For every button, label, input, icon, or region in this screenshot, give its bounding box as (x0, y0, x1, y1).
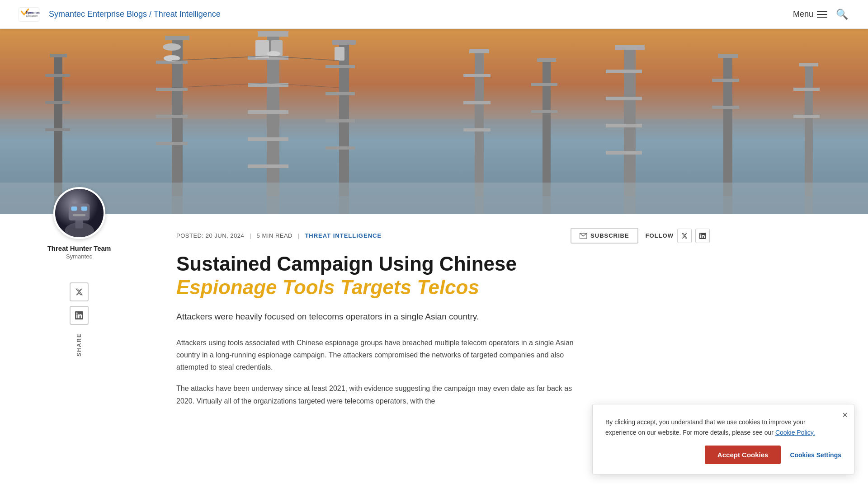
author-org: Symantec (66, 253, 92, 260)
body-paragraph-1: Attackers using tools associated with Ch… (176, 337, 583, 374)
svg-rect-20 (258, 31, 288, 37)
menu-button[interactable]: Menu (793, 9, 827, 19)
svg-rect-46 (615, 45, 645, 50)
svg-rect-12 (165, 36, 189, 40)
meta-separator-1: | (250, 232, 251, 239)
hero-image (0, 29, 868, 214)
category-tag[interactable]: THREAT INTELLIGENCE (305, 232, 382, 239)
follow-label: FOLLOW (646, 232, 674, 239)
follow-linkedin-button[interactable] (695, 229, 710, 243)
svg-rect-53 (712, 79, 739, 82)
svg-rect-39 (463, 101, 491, 104)
close-icon: × (842, 410, 848, 420)
svg-rect-0 (19, 7, 39, 21)
author-avatar-wrapper (53, 187, 105, 239)
avatar (53, 187, 105, 239)
site-header: Symantec by Broadcom Symantec Enterprise… (0, 0, 868, 29)
body-paragraph-2: The attacks have been underway since at … (176, 382, 583, 407)
svg-rect-68 (81, 206, 87, 211)
cookie-text: By clicking accept, you understand that … (605, 417, 841, 437)
svg-rect-26 (255, 40, 269, 58)
share-section: SHARE (70, 282, 89, 357)
svg-text:Symantec: Symantec (26, 10, 40, 14)
svg-rect-15 (156, 115, 188, 118)
svg-text:by Broadcom: by Broadcom (26, 15, 38, 17)
svg-rect-56 (799, 63, 818, 66)
header-left: Symantec by Broadcom Symantec Enterprise… (18, 4, 221, 25)
svg-rect-44 (531, 110, 557, 113)
menu-label: Menu (793, 9, 813, 19)
posted-label: POSTED: 20 JUN, 2024 (176, 232, 244, 239)
search-button[interactable]: 🔍 (834, 7, 850, 22)
share-label: SHARE (76, 333, 82, 357)
article-title-black: Sustained Campaign Using Chinese (176, 253, 710, 276)
twitter-share-button[interactable] (70, 282, 89, 301)
svg-rect-48 (606, 97, 642, 100)
subscribe-button[interactable]: SUBSCRIBE (571, 228, 638, 244)
svg-rect-43 (531, 83, 557, 86)
svg-rect-54 (712, 106, 739, 109)
cookie-close-button[interactable]: × (842, 410, 848, 420)
svg-rect-10 (45, 128, 70, 131)
article-content: POSTED: 20 JUN, 2024 | 5 MIN READ | THRE… (158, 214, 746, 434)
svg-rect-25 (248, 164, 288, 168)
svg-rect-69 (73, 214, 85, 216)
linkedin-share-button[interactable] (70, 306, 89, 325)
svg-rect-47 (606, 70, 642, 73)
content-wrapper: Threat Hunter Team Symantec SHARE (0, 214, 868, 434)
svg-point-28 (267, 51, 280, 56)
svg-rect-24 (248, 137, 288, 141)
svg-rect-40 (463, 128, 491, 131)
svg-rect-52 (718, 54, 738, 58)
svg-rect-16 (156, 142, 188, 145)
meta-actions: SUBSCRIBE FOLLOW (571, 228, 710, 244)
logo[interactable]: Symantec by Broadcom (18, 4, 40, 25)
article-body: Attackers using tools associated with Ch… (176, 337, 583, 407)
cookie-actions: Accept Cookies Cookies Settings (605, 446, 841, 464)
meta-separator-2: | (298, 232, 299, 239)
read-time: 5 MIN READ (257, 232, 292, 239)
svg-rect-35 (335, 47, 344, 61)
search-icon: 🔍 (836, 9, 848, 20)
author-sidebar: Threat Hunter Team Symantec SHARE (0, 214, 158, 434)
follow-group: FOLLOW (646, 229, 710, 243)
hamburger-icon (817, 11, 827, 18)
svg-rect-30 (332, 40, 356, 45)
svg-rect-50 (606, 151, 642, 155)
svg-rect-42 (537, 58, 556, 62)
svg-rect-33 (326, 119, 355, 122)
svg-rect-34 (326, 146, 355, 150)
accept-cookies-button[interactable]: Accept Cookies (705, 446, 781, 464)
svg-rect-38 (463, 74, 491, 77)
svg-rect-31 (326, 65, 355, 68)
svg-rect-8 (45, 74, 70, 77)
svg-rect-57 (793, 88, 820, 91)
cookie-banner: × By clicking accept, you understand tha… (592, 404, 854, 474)
author-name: Threat Hunter Team (47, 244, 111, 252)
svg-rect-64 (0, 196, 868, 214)
svg-rect-37 (469, 49, 489, 53)
svg-point-17 (163, 43, 181, 51)
svg-rect-9 (45, 101, 70, 104)
article-meta: POSTED: 20 JUN, 2024 | 5 MIN READ | THRE… (176, 228, 710, 244)
svg-rect-7 (50, 54, 67, 57)
article-subtitle: Attackers were heavily focused on teleco… (176, 310, 561, 324)
svg-rect-66 (68, 204, 90, 221)
cookie-policy-link[interactable]: Cookie Policy. (775, 429, 815, 436)
svg-rect-14 (156, 88, 188, 91)
svg-rect-23 (248, 110, 288, 114)
breadcrumb[interactable]: Symantec Enterprise Blogs / Threat Intel… (49, 9, 221, 19)
article-title-yellow: Espionage Tools Targets Telcos (176, 276, 710, 300)
svg-rect-67 (71, 206, 77, 211)
follow-twitter-button[interactable] (677, 229, 692, 243)
svg-rect-58 (793, 115, 820, 118)
cookies-settings-button[interactable]: Cookies Settings (790, 451, 841, 459)
subscribe-label: SUBSCRIBE (590, 232, 629, 239)
svg-rect-49 (606, 124, 642, 127)
svg-rect-32 (326, 92, 355, 95)
header-right: Menu 🔍 (793, 7, 850, 22)
